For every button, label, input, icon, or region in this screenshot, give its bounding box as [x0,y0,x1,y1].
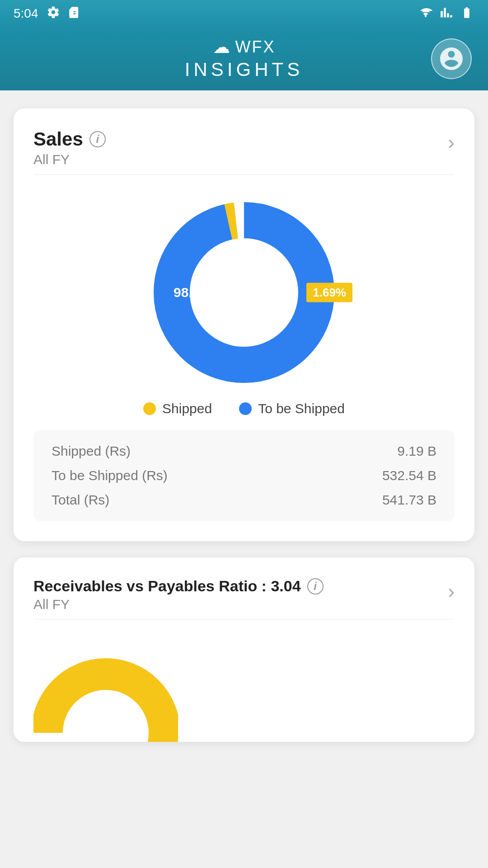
wifi-icon [418,6,434,21]
stats-row-1: To be Shipped (Rs) 532.54 B [52,468,436,483]
receivables-divider [33,619,455,620]
avatar-icon [438,45,465,72]
receivables-title: Receivables vs Payables Ratio : 3.04 [33,577,301,595]
user-avatar[interactable] [431,38,472,79]
receivables-subtitle: All FY [33,597,324,612]
sales-title-area: Sales i All FY [33,128,106,167]
stats-row-0: Shipped (Rs) 9.19 B [52,443,436,459]
sales-nav-arrow[interactable]: › [448,131,455,154]
sales-title-row: Sales i [33,128,106,150]
settings-icon [47,5,60,22]
shipped-legend-label: Shipped [162,401,212,416]
sales-stats-table: Shipped (Rs) 9.19 B To be Shipped (Rs) 5… [33,430,455,521]
status-left: 5:04 [14,5,81,22]
stats-value-1: 532.54 B [382,468,436,483]
yellow-pct-label: 1.69% [306,283,352,302]
sales-card-header: Sales i All FY › [33,128,455,167]
stats-label-0: Shipped (Rs) [52,443,131,459]
battery-icon [459,6,474,21]
receivables-title-row: Receivables vs Payables Ratio : 3.04 i [33,577,324,595]
sim-icon [68,5,81,22]
brand-name: WFX [235,38,276,57]
receivables-nav-arrow[interactable]: › [448,580,455,603]
stats-row-2: Total (Rs) 541.73 B [52,492,436,508]
brand-row: ☁ WFX [213,37,276,57]
receivables-card: Receivables vs Payables Ratio : 3.04 i A… [14,557,474,742]
receivables-title-area: Receivables vs Payables Ratio : 3.04 i A… [33,577,324,612]
sales-chart-container: 98.3% 1.69% [33,189,455,401]
receivables-info-icon[interactable]: i [307,578,324,594]
receivables-chart-container [33,633,455,742]
sales-title: Sales [33,128,83,150]
stats-value-2: 541.73 B [382,492,436,508]
stats-label-1: To be Shipped (Rs) [52,468,168,483]
app-title: INSIGHTS [185,59,303,80]
receivables-chart [33,642,178,742]
legend-to-be-shipped: To be Shipped [239,401,345,416]
cloud-icon: ☁ [213,37,230,57]
time-display: 5:04 [14,6,38,21]
app-logo: ☁ WFX INSIGHTS [185,37,303,80]
legend-shipped: Shipped [143,401,212,416]
status-bar: 5:04 [0,0,488,27]
to-be-shipped-dot [239,402,252,415]
receivables-card-header: Receivables vs Payables Ratio : 3.04 i A… [33,577,455,612]
blue-pct-label: 98.3% [174,285,212,300]
sales-card: Sales i All FY › 98.3% [14,108,474,541]
svg-point-0 [425,15,427,17]
stats-label-2: Total (Rs) [52,492,109,508]
sales-info-icon[interactable]: i [89,131,106,147]
main-content: Sales i All FY › 98.3% [0,90,488,760]
app-header: ☁ WFX INSIGHTS [0,27,488,90]
stats-value-0: 9.19 B [397,443,436,459]
sales-divider [33,175,455,175]
status-right [418,6,474,21]
chart-legend: Shipped To be Shipped [33,401,455,416]
donut-wrapper: 98.3% 1.69% [149,198,339,387]
to-be-shipped-legend-label: To be Shipped [258,401,345,416]
sales-subtitle: All FY [33,152,106,167]
signal-icon [440,6,453,21]
shipped-dot [143,402,156,415]
